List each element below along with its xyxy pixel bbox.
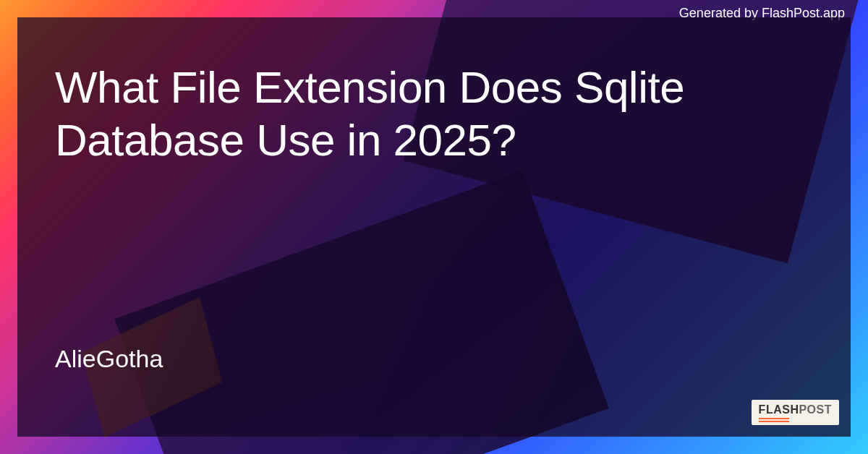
author-name: AlieGotha	[55, 345, 813, 373]
logo-flash-text: FLASH	[759, 403, 799, 416]
logo-text: FLASHPOST	[759, 404, 832, 416]
logo-underlines	[759, 418, 789, 422]
flashpost-logo: FLASHPOST	[752, 400, 839, 425]
logo-post-text: POST	[799, 403, 832, 416]
logo-line	[759, 418, 789, 419]
content-overlay: What File Extension Does Sqlite Database…	[17, 17, 851, 437]
logo-line	[759, 421, 789, 422]
post-title: What File Extension Does Sqlite Database…	[55, 61, 813, 166]
